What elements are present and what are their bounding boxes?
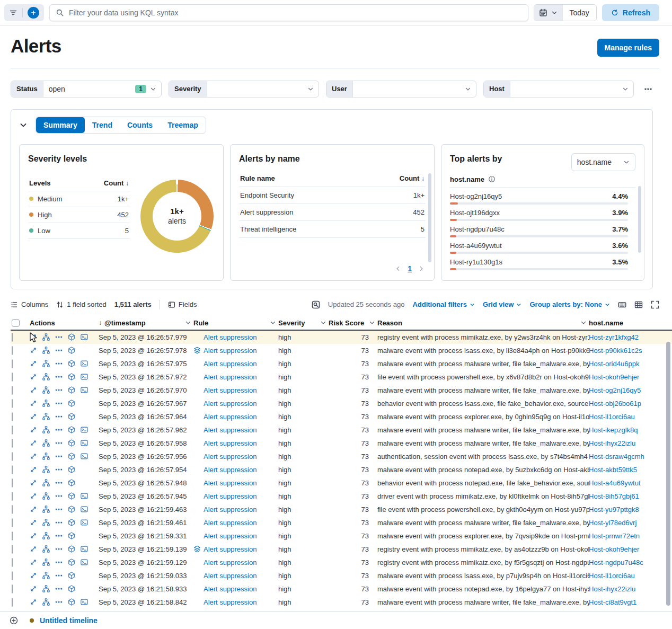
row-checkbox[interactable] <box>12 439 13 448</box>
analyzer-icon[interactable] <box>42 506 50 513</box>
alert-host-link[interactable]: Host-il1orci6au <box>589 413 635 421</box>
alert-host-link[interactable]: Host-ngdpu7u48c <box>589 559 643 566</box>
alert-rule-link[interactable]: Alert suppression <box>204 559 257 566</box>
more-actions-icon[interactable] <box>55 360 63 367</box>
row-checkbox[interactable] <box>12 452 13 461</box>
top-alerts-field-select[interactable]: host.name <box>571 153 635 171</box>
expand-alert-icon[interactable] <box>30 492 37 500</box>
group-alerts-button[interactable]: Group alerts by: None <box>529 300 610 308</box>
session-cube-icon[interactable] <box>68 439 75 447</box>
keyboard-icon[interactable] <box>618 300 626 309</box>
more-actions-icon[interactable] <box>55 453 63 460</box>
session-cube-icon[interactable] <box>68 413 75 420</box>
session-cube-icon[interactable] <box>68 373 75 380</box>
sort-fields-button[interactable]: 1 field sorted <box>56 300 106 308</box>
alert-rule-link[interactable]: Alert suppression <box>204 453 257 460</box>
analyzer-icon[interactable] <box>42 572 50 579</box>
row-checkbox[interactable] <box>12 426 13 435</box>
expand-alert-icon[interactable] <box>30 506 37 513</box>
terminal-icon[interactable] <box>81 360 88 367</box>
alert-rule-link[interactable]: Alert suppression <box>204 426 257 434</box>
expand-alert-icon[interactable] <box>30 413 37 420</box>
alert-host-link[interactable]: Host-il1orci6au <box>589 572 635 580</box>
col-rule[interactable]: Rule <box>193 319 278 327</box>
terminal-icon[interactable] <box>81 559 88 566</box>
expand-alert-icon[interactable] <box>30 519 37 526</box>
terminal-icon[interactable] <box>81 439 88 447</box>
alert-rule-link[interactable]: Alert suppression <box>204 598 257 606</box>
filter-lines-icon[interactable] <box>9 8 17 17</box>
user-filter[interactable]: User <box>326 81 476 98</box>
more-actions-icon[interactable] <box>55 373 63 380</box>
expand-alert-icon[interactable] <box>30 585 37 592</box>
expand-alert-icon[interactable] <box>30 373 37 380</box>
more-actions-icon[interactable] <box>55 386 63 394</box>
alert-host-link[interactable]: Host-p90kk61c2s <box>589 347 642 355</box>
row-checkbox[interactable] <box>12 465 13 474</box>
session-cube-icon[interactable] <box>68 519 75 526</box>
alert-rule-link[interactable]: Alert suppression <box>204 466 257 474</box>
row-checkbox[interactable] <box>12 492 13 501</box>
session-cube-icon[interactable] <box>68 466 75 473</box>
select-all-checkbox[interactable] <box>12 319 20 327</box>
expand-alert-icon[interactable] <box>30 360 37 367</box>
alert-rule-link[interactable]: Alert suppression <box>204 347 257 355</box>
collapse-summary-icon[interactable] <box>19 121 28 129</box>
expand-alert-icon[interactable] <box>30 466 37 473</box>
count-col[interactable]: Count ↓ <box>400 174 425 182</box>
alert-rule-link[interactable]: Alert suppression <box>204 585 257 593</box>
alert-rule-link[interactable]: Alert suppression <box>204 492 257 500</box>
chevron-down-icon[interactable] <box>320 320 326 326</box>
row-checkbox[interactable] <box>12 531 13 541</box>
session-cube-icon[interactable] <box>68 479 75 486</box>
alert-host-link[interactable]: Host-okoh9ehjer <box>589 545 639 553</box>
analyzer-icon[interactable] <box>42 439 50 447</box>
session-cube-icon[interactable] <box>68 532 75 539</box>
col-severity[interactable]: Severity <box>278 319 329 327</box>
summary-tab[interactable]: Trend <box>85 117 120 133</box>
panel-scrollbar[interactable] <box>638 186 641 253</box>
more-actions-icon[interactable] <box>55 479 63 486</box>
more-actions-icon[interactable] <box>55 545 63 553</box>
summary-tab[interactable]: Treemap <box>160 117 206 133</box>
severity-col-count[interactable]: Count ↓ <box>104 179 129 187</box>
row-checkbox[interactable] <box>12 346 13 355</box>
inspect-icon[interactable] <box>312 300 320 309</box>
alert-host-link[interactable]: Host-prnwr72etn <box>589 532 640 540</box>
analyzer-icon[interactable] <box>42 545 50 553</box>
col-timestamp[interactable]: ↓ @timestamp <box>99 319 193 327</box>
add-timeline-icon[interactable] <box>10 616 18 625</box>
summary-tab[interactable]: Summary <box>36 117 85 133</box>
alert-rule-link[interactable]: Alert suppression <box>204 519 257 527</box>
row-checkbox[interactable] <box>12 571 13 580</box>
session-cube-icon[interactable] <box>68 386 75 394</box>
row-checkbox[interactable] <box>12 359 13 368</box>
session-cube-icon[interactable] <box>68 400 75 407</box>
alert-rule-link[interactable]: Alert suppression <box>204 373 257 381</box>
alert-rule-link[interactable]: Alert suppression <box>204 386 257 394</box>
grid-icon[interactable] <box>634 300 643 309</box>
page-number[interactable]: 1 <box>408 264 412 273</box>
severity-donut-chart[interactable]: 1k+ alerts <box>140 180 214 253</box>
session-cube-icon[interactable] <box>68 360 75 367</box>
analyzer-icon[interactable] <box>42 360 50 367</box>
columns-button[interactable]: Columns <box>11 300 48 308</box>
alert-host-link[interactable]: Host-8ih57gbj61 <box>589 492 639 500</box>
host-filter[interactable]: Host <box>483 81 634 98</box>
more-actions-icon[interactable] <box>55 572 63 579</box>
analyzer-icon[interactable] <box>42 347 50 354</box>
terminal-icon[interactable] <box>81 426 88 433</box>
alert-host-link[interactable]: Host-ihyx22izlu <box>589 585 635 593</box>
analyzer-icon[interactable] <box>42 532 50 539</box>
timeline-title-button[interactable]: Untitled timeline <box>40 616 98 625</box>
row-checkbox[interactable] <box>12 373 13 382</box>
expand-alert-icon[interactable] <box>30 347 37 354</box>
analyzer-icon[interactable] <box>42 386 50 394</box>
alert-host-link[interactable]: Host-akbt59ttk5 <box>589 466 637 474</box>
chevron-down-icon[interactable] <box>270 320 276 326</box>
more-actions-icon[interactable] <box>55 585 63 592</box>
session-cube-icon[interactable] <box>68 453 75 460</box>
alert-rule-link[interactable]: Alert suppression <box>204 400 257 407</box>
row-checkbox[interactable] <box>12 545 13 554</box>
date-picker-calendar-button[interactable] <box>534 5 562 21</box>
